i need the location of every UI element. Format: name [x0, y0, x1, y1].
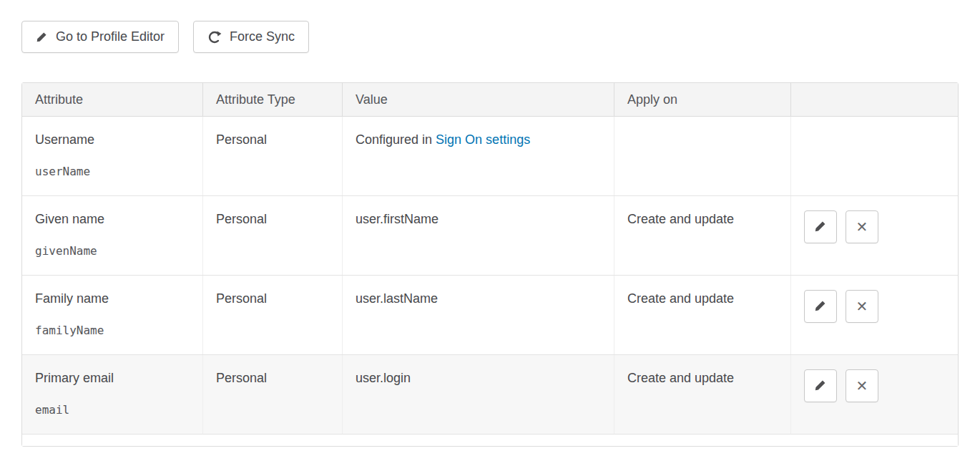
- actions-cell: ✕: [791, 355, 958, 434]
- delete-mapping-button[interactable]: ✕: [846, 290, 878, 323]
- toolbar: Go to Profile Editor Force Sync: [0, 0, 980, 53]
- attribute-code: userName: [35, 165, 190, 178]
- edit-mapping-button[interactable]: [804, 290, 837, 323]
- column-header-value: Value: [343, 83, 614, 116]
- apply-on-cell: [614, 117, 791, 195]
- force-sync-label: Force Sync: [230, 29, 295, 44]
- column-header-apply-on: Apply on: [614, 83, 791, 116]
- attribute-cell: Given name givenName: [22, 196, 203, 275]
- edit-mapping-button[interactable]: [804, 369, 837, 402]
- apply-on-cell: Create and update: [614, 355, 791, 434]
- value-cell: user.login: [343, 355, 614, 434]
- table-header-row: Attribute Attribute Type Value Apply on: [22, 83, 958, 117]
- attribute-cell: Username userName: [22, 117, 203, 195]
- pencil-icon: [814, 299, 827, 314]
- attribute-label: Family name: [35, 291, 190, 306]
- table-row: Username userName Personal Configured in…: [22, 117, 958, 196]
- value-cell: Configured in Sign On settings: [343, 117, 614, 195]
- attribute-mapping-table: Attribute Attribute Type Value Apply on …: [21, 82, 959, 447]
- attribute-type-cell: Personal: [203, 355, 343, 434]
- edit-mapping-button[interactable]: [804, 210, 837, 243]
- apply-on-cell: Create and update: [614, 276, 791, 354]
- refresh-icon: [207, 30, 222, 44]
- attribute-label: Given name: [35, 212, 190, 227]
- delete-mapping-button[interactable]: ✕: [846, 210, 878, 243]
- table-footer-strip: [22, 435, 958, 446]
- force-sync-button[interactable]: Force Sync: [193, 21, 309, 53]
- table-row: Primary email email Personal user.login …: [22, 355, 958, 435]
- attribute-code: givenName: [35, 244, 190, 258]
- actions-cell: ✕: [791, 276, 958, 354]
- attribute-type-cell: Personal: [203, 276, 343, 354]
- go-to-profile-editor-label: Go to Profile Editor: [56, 29, 165, 44]
- close-icon: ✕: [856, 299, 868, 314]
- attribute-code: familyName: [35, 324, 190, 337]
- pencil-icon: [814, 220, 827, 235]
- actions-cell: ✕: [791, 196, 958, 275]
- attribute-type-cell: Personal: [203, 196, 343, 275]
- sign-on-settings-link[interactable]: Sign On settings: [436, 132, 530, 147]
- attribute-code: email: [35, 403, 190, 417]
- attribute-label: Primary email: [35, 371, 190, 386]
- column-header-actions: [791, 83, 958, 116]
- pencil-icon: [36, 31, 48, 43]
- delete-mapping-button[interactable]: ✕: [846, 369, 878, 402]
- attribute-type-cell: Personal: [203, 117, 343, 195]
- close-icon: ✕: [856, 379, 868, 393]
- column-header-attribute: Attribute: [22, 83, 203, 116]
- go-to-profile-editor-button[interactable]: Go to Profile Editor: [21, 21, 179, 53]
- value-cell: user.lastName: [343, 276, 614, 354]
- actions-cell: [791, 117, 958, 195]
- column-header-attribute-type: Attribute Type: [203, 83, 343, 116]
- attribute-label: Username: [35, 132, 190, 147]
- attribute-cell: Primary email email: [22, 355, 203, 434]
- value-cell: user.firstName: [343, 196, 614, 275]
- table-row: Family name familyName Personal user.las…: [22, 276, 958, 355]
- value-text: Configured in: [356, 132, 436, 147]
- pencil-icon: [814, 379, 827, 394]
- attribute-cell: Family name familyName: [22, 276, 203, 354]
- apply-on-cell: Create and update: [614, 196, 791, 275]
- table-row: Given name givenName Personal user.first…: [22, 196, 958, 276]
- close-icon: ✕: [856, 220, 868, 234]
